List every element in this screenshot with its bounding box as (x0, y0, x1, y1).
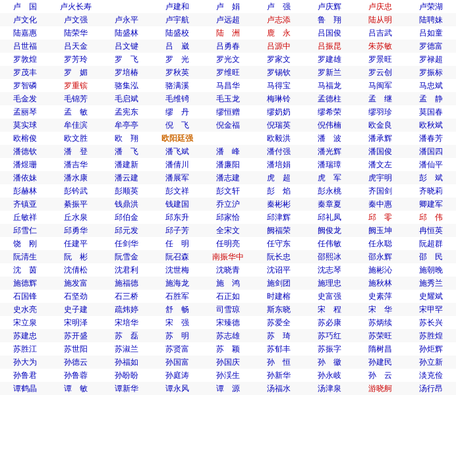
name-cell: 吕世福 (0, 40, 51, 53)
name-cell: 罗家文 (253, 53, 304, 66)
name-cell: 陆 洲 (203, 26, 254, 40)
name-cell: 卢永平 (101, 13, 152, 26)
name-cell: 罗禄超 (405, 53, 456, 66)
name-cell: 任明亮 (203, 237, 254, 250)
name-cell: 卢宇航 (152, 13, 203, 26)
name-cell: 虎宇明 (355, 171, 405, 184)
table-row: 潘依妹潘水康潘云建潘展军潘志建虎 超虎 军虎宇明彭 斌 (0, 171, 456, 184)
name-cell: 潘文左 (355, 158, 405, 171)
name-cell: 汤行昂 (405, 382, 456, 395)
name-cell: 阙玉坤 (355, 224, 405, 237)
name-cell: 卢火长寿 (51, 0, 101, 13)
name-cell: 罗培椿 (101, 66, 152, 79)
name-cell: 马闽军 (355, 79, 405, 92)
name-cell: 马得宝 (253, 79, 304, 92)
name-cell: 彭永桃 (304, 184, 355, 198)
table-row: 石国锋石坚劲石三桥石胜军石正如时建榕史富强史素萍史耀斌 (0, 290, 456, 303)
name-cell: 倪 飞 (152, 119, 203, 132)
name-cell: 孟 静 (405, 92, 456, 105)
name-cell: 谭新华 (101, 382, 152, 395)
name-cell: 卢建和 (152, 0, 203, 13)
table-row: 邱雪仁邱勇华邱元发邱子芳全宋文阙福荣阙俊龙阙玉坤冉恒英 (0, 224, 456, 237)
name-cell: 虎 军 (304, 171, 355, 184)
name-cell: 苏胜煌 (405, 329, 456, 342)
name-cell: 鹿 永 (253, 26, 304, 40)
name-cell: 陆盛林 (101, 26, 152, 40)
name-cell: 潘云建 (101, 171, 152, 184)
name-cell: 朱苏敏 (355, 40, 405, 53)
name-cell: 罗智磷 (0, 79, 51, 92)
name-cell: 施福德 (101, 277, 152, 290)
name-cell: 孙鲁蓉 (51, 369, 101, 382)
name-cell: 苏淑兰 (101, 342, 152, 356)
name-cell: 苏郁丰 (253, 342, 304, 356)
name-cell: 潘倩川 (152, 158, 203, 171)
name-cell: 苏必康 (304, 316, 355, 329)
name-cell: 潘付强 (253, 145, 304, 158)
name-cell: 罗德富 (405, 40, 456, 53)
name-cell: 淡克俭 (405, 369, 456, 382)
table-row: 孙大为孙德云孙福如孙国富孙国庆孙 恒孙 徽孙建民孙立新 (0, 356, 456, 369)
name-cell: 施 鸿 (203, 277, 254, 290)
name-cell: 彭 焰 (253, 184, 304, 198)
name-cell: 邱礼凤 (304, 211, 355, 224)
table-row: 陆嘉惠陆荣华陆盛林陆盛校陆 洲鹿 永吕国俊吕吉武吕如童 (0, 26, 456, 40)
name-cell: 缪羽珍 (355, 105, 405, 119)
name-cell: 罗振标 (405, 66, 456, 79)
table-row: 饶 刚任建平任剑华任 明任明亮任守东任伟敏任永聪阮超群 (0, 237, 456, 250)
name-cell: 罗 媚 (51, 66, 101, 79)
name-cell: 孙国庆 (203, 356, 254, 369)
table-row: 罗敦煌罗芳玲罗 飞罗 光罗光文罗家文罗建雄罗景旺罗禄超 (0, 53, 456, 66)
name-cell: 马福龙 (304, 79, 355, 92)
name-cell: 卢庆辉 (304, 0, 355, 13)
name-cell: 苏 琦 (253, 329, 304, 342)
name-cell: 石坚劲 (51, 290, 101, 303)
name-cell: 罗敦煌 (0, 53, 51, 66)
name-cell: 彭 斌 (405, 171, 456, 184)
name-cell: 孙庭涛 (152, 369, 203, 382)
name-cell: 苏振字 (304, 342, 355, 356)
name-cell: 陆嘉惠 (0, 26, 51, 40)
name-cell: 潘依妹 (0, 171, 51, 184)
name-cell: 阮召森 (152, 250, 203, 263)
name-cell: 卢志添 (253, 13, 304, 26)
name-cell: 孙立新 (405, 356, 456, 369)
name-cell: 孟宪东 (101, 105, 152, 119)
name-cell: 彭文轩 (203, 184, 254, 198)
names-grid: 卢 国卢火长寿卢建和卢 娟卢 强卢庆辉卢庆忠卢荣湖卢文化卢文强卢永平卢宇航卢远超… (0, 0, 456, 395)
name-cell: 邱 零 (355, 211, 405, 224)
name-cell: 卢荣湖 (405, 0, 456, 13)
name-cell: 乔立沪 (203, 198, 254, 211)
name-cell: 齐国剑 (355, 184, 405, 198)
name-cell: 邱雪仁 (0, 224, 51, 237)
name-cell: 疏炜婷 (101, 303, 152, 316)
name-cell: 任永聪 (355, 237, 405, 250)
name-cell: 南振华中 (203, 250, 254, 263)
name-cell: 苏炳续 (355, 316, 405, 329)
name-cell: 欧金良 (355, 119, 405, 132)
name-cell: 宋甲罕 (405, 303, 456, 316)
name-cell: 钱鼎洪 (101, 198, 152, 211)
name-cell: 虎 超 (253, 171, 304, 184)
name-cell: 苏 明 (152, 329, 203, 342)
name-cell: 孙鲁君 (0, 369, 51, 382)
name-cell: 潘 波 (304, 132, 355, 145)
name-cell: 司雪琼 (203, 303, 254, 316)
name-cell: 卢文强 (51, 13, 101, 26)
name-cell: 孙 云 (355, 369, 405, 382)
name-cell: 罗秋英 (152, 66, 203, 79)
name-cell: 邱东升 (152, 211, 203, 224)
table-row: 卢文化卢文强卢永平卢宇航卢远超卢志添鲁 翔陆从明陆聘妹 (0, 13, 456, 26)
name-cell: 施秋林 (355, 277, 405, 290)
name-cell: 秦彬彬 (253, 198, 304, 211)
name-cell: 施秀兰 (405, 277, 456, 290)
table-row: 宋立泉宋明泽宋培华宋 强宋臻德苏爱全苏必康苏炳续苏长兴 (0, 316, 456, 329)
name-cell: 潘仙平 (405, 158, 456, 171)
name-cell: 史耀斌 (405, 290, 456, 303)
name-cell: 陆荣华 (51, 26, 101, 40)
name-cell: 吕如童 (405, 26, 456, 40)
name-cell: 邱子芳 (152, 224, 203, 237)
name-cell: 鲁 翔 (304, 13, 355, 26)
name-cell: 潘水康 (51, 171, 101, 184)
name-cell: 游晓舸 (355, 382, 405, 395)
